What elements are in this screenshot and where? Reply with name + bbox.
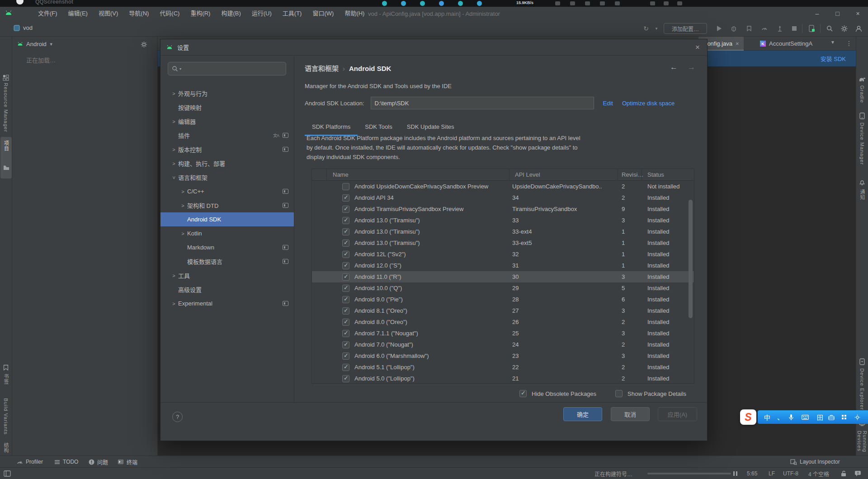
tool-window-layout-icon[interactable]	[4, 470, 11, 477]
project-options-gear-icon[interactable]	[141, 41, 147, 48]
column-status[interactable]: Status	[642, 169, 688, 181]
dialog-close-icon[interactable]: ×	[695, 43, 700, 52]
stripe-structure[interactable]: 结构	[2, 442, 9, 453]
settings-tree-item-0[interactable]: >外观与行为	[160, 86, 294, 100]
ime-keyboard-icon[interactable]	[802, 415, 811, 420]
settings-gear-icon[interactable]	[840, 24, 848, 33]
ime-handwriting-icon[interactable]: 田	[815, 413, 825, 422]
todo-toolwindow-button[interactable]: TODO	[54, 456, 78, 468]
settings-tree-item-2[interactable]: >编辑器	[160, 114, 294, 128]
settings-search-input[interactable]: ▾	[168, 62, 286, 75]
terminal-toolwindow-button[interactable]: 终端	[118, 456, 137, 468]
project-view-selector[interactable]: Android ▼	[17, 41, 53, 47]
layout-inspector-button[interactable]: Layout Inspector	[790, 456, 840, 468]
stripe-gradle[interactable]: Gradle	[859, 85, 865, 103]
line-separator[interactable]: LF	[769, 468, 775, 479]
sdk-row-checkbox[interactable]	[342, 341, 349, 348]
scrollbar-thumb[interactable]	[689, 200, 693, 318]
sdk-row-checkbox[interactable]	[342, 240, 349, 247]
tab-account-setting[interactable]: K AccountSettingA	[755, 37, 817, 51]
sdk-row-checkbox[interactable]	[342, 375, 349, 382]
apply-button[interactable]: 应用(A)	[658, 407, 697, 421]
close-button[interactable]: ×	[848, 7, 868, 20]
bookmark-icon[interactable]	[4, 365, 9, 371]
stripe-device-explorer[interactable]: Device Explorer	[859, 368, 865, 410]
menu-item-10[interactable]: 帮助(H)	[339, 7, 370, 20]
sdk-table-row-3[interactable]: Android 13.0 ("Tiramisu")333Installed	[312, 215, 694, 226]
maximize-button[interactable]: □	[827, 7, 848, 20]
sdk-table-row-16[interactable]: Android 5.1 ("Lollipop")222Installed	[312, 362, 694, 373]
stripe-device-manager[interactable]: Device Manager	[859, 122, 865, 165]
sync-dropdown-icon[interactable]: ▾	[652, 24, 660, 33]
sdk-row-checkbox[interactable]	[342, 262, 349, 269]
sdk-table-row-14[interactable]: Android 7.0 ("Nougat")242Installed	[312, 339, 694, 350]
menu-item-4[interactable]: 代码(C)	[154, 7, 185, 20]
run-icon[interactable]	[715, 24, 723, 33]
tree-chevron-icon[interactable]: >	[179, 231, 187, 236]
column-api-level[interactable]: API Level	[509, 169, 618, 181]
device-manager-icon[interactable]	[807, 24, 816, 33]
ime-chinese-mode-icon[interactable]: 中	[762, 413, 772, 422]
menu-item-0[interactable]: 文件(F)	[33, 7, 63, 20]
column-name[interactable]: Name	[327, 169, 509, 181]
menu-item-5[interactable]: 重构(R)	[185, 7, 216, 20]
pause-build-icon[interactable]	[733, 471, 737, 476]
breadcrumb-parent[interactable]: 语言和框架	[305, 65, 339, 72]
menu-item-7[interactable]: 运行(U)	[246, 7, 277, 20]
sdk-table-row-11[interactable]: Android 8.1 ("Oreo")273Installed	[312, 305, 694, 316]
sdk-table-row-4[interactable]: Android 13.0 ("Tiramisu")33-ext41Install…	[312, 226, 694, 237]
sdk-table-row-13[interactable]: Android 7.1.1 ("Nougat")253Installed	[312, 328, 694, 339]
build-progress-text[interactable]: 正在构建符号…	[594, 468, 632, 479]
sdk-table-row-1[interactable]: Android API 34342Installed	[312, 192, 694, 203]
notifications-bell-icon[interactable]	[859, 179, 865, 186]
menu-item-1[interactable]: 编辑(E)	[63, 7, 93, 20]
table-scrollbar[interactable]	[688, 182, 693, 383]
stripe-build-variants[interactable]: Build Variants	[3, 398, 9, 435]
sdk-table-row-10[interactable]: Android 9.0 ("Pie")286Installed	[312, 294, 694, 305]
settings-tree-item-11[interactable]: Markdown	[160, 240, 294, 254]
menu-item-2[interactable]: 视图(V)	[93, 7, 123, 20]
stripe-running-devices[interactable]: Running Devices	[857, 431, 868, 456]
menu-item-8[interactable]: 工具(T)	[277, 7, 307, 20]
sdk-row-checkbox[interactable]	[342, 217, 349, 224]
settings-tree-item-6[interactable]: >语言和框架	[160, 170, 294, 184]
sdk-row-checkbox[interactable]	[342, 296, 349, 303]
profile-avatar-icon[interactable]	[854, 24, 863, 33]
show-package-details-checkbox[interactable]: Show Package Details	[615, 390, 686, 397]
ok-button[interactable]: 确定	[563, 407, 602, 421]
settings-tree-item-15[interactable]: >Experimental	[160, 296, 294, 310]
attach-debugger-icon[interactable]	[776, 24, 784, 33]
stripe-resource-manager[interactable]: Resource Manager	[3, 83, 9, 132]
sdk-table-row-8[interactable]: Android 11.0 ("R")303Installed	[312, 271, 694, 282]
sdk-row-checkbox[interactable]	[342, 330, 349, 337]
close-tab-icon[interactable]: ×	[736, 40, 739, 47]
checkbox-icon[interactable]	[615, 390, 623, 397]
settings-tree-item-9[interactable]: Android SDK	[160, 212, 294, 226]
debug-icon[interactable]	[730, 24, 738, 33]
device-explorer-icon[interactable]	[859, 358, 865, 365]
tree-chevron-icon[interactable]: >	[170, 147, 178, 152]
forward-arrow-icon[interactable]: →	[688, 63, 695, 72]
hide-obsolete-checkbox[interactable]: Hide Obsolete Packages	[519, 390, 596, 397]
settings-tree-item-1[interactable]: 按键映射	[160, 100, 294, 114]
indent-setting[interactable]: 4 个空格	[808, 468, 829, 479]
sdk-row-checkbox[interactable]	[342, 206, 349, 213]
checkbox-icon[interactable]	[519, 390, 527, 397]
problems-toolwindow-button[interactable]: 问题	[89, 456, 108, 468]
settings-tree-item-7[interactable]: >C/C++	[160, 184, 294, 198]
optimize-disk-space-link[interactable]: Optimize disk space	[622, 100, 675, 107]
file-encoding[interactable]: UTF-8	[783, 468, 798, 479]
tree-chevron-icon[interactable]: >	[170, 91, 178, 96]
sdk-row-checkbox[interactable]	[342, 251, 349, 258]
sdk-table-row-9[interactable]: Android 10.0 ("Q")295Installed	[312, 282, 694, 294]
column-revision[interactable]: Revisi…	[618, 169, 642, 181]
ime-punctuation-icon[interactable]: 、	[775, 413, 785, 422]
sdk-table-row-0[interactable]: Android UpsideDownCakePrivacySandbox Pre…	[312, 181, 694, 192]
ime-mic-icon[interactable]	[788, 414, 798, 421]
search-everywhere-icon[interactable]	[826, 24, 834, 33]
project-widget[interactable]: vod	[14, 24, 33, 31]
sdk-row-checkbox[interactable]	[342, 364, 349, 371]
tab-list-chevron-icon[interactable]: ▼	[830, 40, 835, 45]
edit-link[interactable]: Edit	[603, 100, 613, 107]
tree-chevron-icon[interactable]: >	[170, 161, 178, 166]
